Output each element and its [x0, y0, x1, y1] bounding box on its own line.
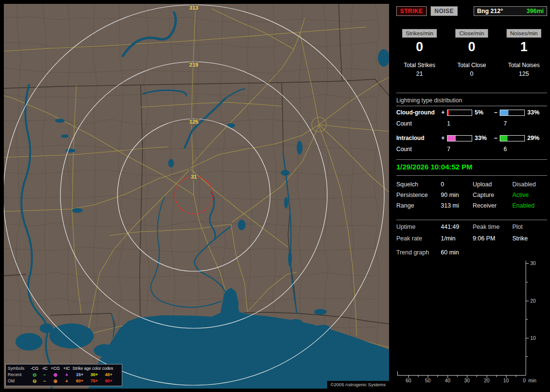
trend-graph-value: 60 min: [441, 249, 459, 256]
minus-sign: −: [494, 135, 500, 141]
recent-pos-cg-icon: ⊕: [50, 372, 61, 378]
distribution-title: Lightning type distribution: [396, 97, 547, 106]
ic-positive-count: 7: [441, 146, 498, 154]
y-tick-10: 10: [530, 335, 536, 341]
ic-positive-percent: 33%: [474, 135, 494, 141]
x-axis-unit: min: [528, 378, 536, 383]
age-60: 60+: [72, 378, 87, 384]
ring-label-31: 31: [191, 174, 197, 180]
radar-map-canvas: 313 219 125 31: [4, 4, 389, 389]
peak-rate-value: 1/min: [441, 235, 473, 242]
rate-counters: Strikes/min 0 Total Strikes 21 Close/min…: [393, 29, 550, 77]
upload-status: Disabled: [512, 181, 547, 188]
capture-label: Capture: [473, 192, 512, 199]
age-90: 90+: [101, 378, 116, 384]
bearing-value: Bng 212°: [477, 8, 503, 14]
legend-symbols-header: Symbols: [8, 365, 29, 372]
lightning-distribution: Cloud-ground + 5% − 33% Count 1 7 Intrac…: [396, 109, 547, 160]
count-label: Count: [396, 146, 441, 154]
cloud-ground-row: Cloud-ground + 5% − 33%: [396, 109, 547, 116]
old-pos-ic-icon: +: [61, 378, 72, 384]
cg-positive-count: 1: [441, 120, 498, 128]
x-tick-30: 30: [464, 378, 470, 383]
x-tick-40: 40: [445, 378, 450, 383]
strike-toggle-button[interactable]: STRIKE: [396, 6, 427, 16]
trend-graph-canvas: 30 20 10 60 50 40 30 20 10 0 min: [393, 258, 550, 390]
peak-time-label: Peak time: [473, 224, 512, 231]
total-close-label: Total Close: [446, 62, 498, 69]
x-tick-20: 20: [484, 378, 490, 383]
old-neg-ic-icon: −: [40, 378, 50, 384]
minus-sign: −: [494, 109, 500, 116]
count-label: Count: [396, 120, 441, 128]
ic-negative-bar: [500, 135, 525, 141]
total-strikes-value: 21: [393, 70, 446, 77]
cg-negative-bar: [500, 110, 525, 116]
recent-neg-ic-icon: −: [40, 372, 50, 378]
separator: [396, 220, 547, 220]
legend-old-label: Old: [8, 378, 29, 384]
close-rate-column: Close/min 0 Total Close 0: [446, 29, 498, 77]
trend-axis-labels: 30 20 10 60 50 40 30 20 10 0 min: [405, 260, 536, 383]
plus-sign: +: [441, 109, 447, 116]
total-noises-value: 125: [498, 70, 550, 77]
session-stats: Uptime 441:49 Peak time Plot Peak rate 1…: [396, 224, 547, 242]
bearing-distance: 396mi: [527, 8, 544, 14]
age-45: 45+: [101, 372, 116, 378]
close-per-min-badge: Close/min: [455, 29, 488, 38]
strikes-rate-column: Strikes/min 0 Total Strikes 21: [393, 29, 446, 77]
x-tick-10: 10: [503, 378, 509, 383]
ring-label-125: 125: [189, 119, 198, 125]
separator: [396, 175, 547, 176]
intracloud-count-row: Count 7 6: [396, 146, 547, 154]
legend-col-pos-ic: +IC: [61, 365, 72, 372]
separator: [396, 93, 547, 93]
plus-sign: +: [441, 135, 447, 141]
age-15: 15+: [72, 372, 87, 378]
plot-value: Strike: [512, 235, 547, 242]
cg-positive-bar: [447, 110, 472, 116]
ring-label-313: 313: [189, 5, 198, 11]
range-label: Range: [396, 202, 441, 210]
cloud-ground-label: Cloud-ground: [396, 109, 441, 116]
separator: [396, 159, 547, 160]
noises-rate-column: Noises/min 1 Total Noises 125: [498, 29, 550, 77]
old-neg-cg-icon: ⊖: [29, 378, 40, 384]
uptime-label: Uptime: [396, 224, 441, 231]
recent-neg-cg-icon: ⊖: [29, 372, 40, 378]
status-panel: STRIKE NOISE Bng 212° 396mi Strikes/min …: [393, 0, 550, 392]
peak-rate-label: Peak rate: [396, 235, 441, 242]
recent-pos-ic-icon: +: [61, 372, 72, 378]
close-per-min-value: 0: [446, 40, 498, 54]
bearing-readout: Bng 212° 396mi: [474, 6, 547, 16]
trend-graph: 30 20 10 60 50 40 30 20 10 0 min: [393, 258, 550, 390]
noise-toggle-button[interactable]: NOISE: [431, 6, 458, 16]
persistence-value: 90 min: [441, 192, 473, 199]
peak-time-value: 9:06 PM: [473, 235, 512, 242]
upload-label: Upload: [473, 181, 512, 188]
ic-positive-bar: [447, 135, 472, 141]
uptime-value: 441:49: [441, 224, 473, 231]
x-tick-50: 50: [425, 378, 431, 383]
copyright-notice: ©2005 Astrogenic Systems: [327, 381, 389, 389]
age-75: 75+: [87, 378, 101, 384]
clock: 1/29/2026 10:04:52 PM: [396, 163, 473, 171]
legend-col-neg-cg: -CG: [29, 365, 40, 372]
old-pos-cg-icon: ⊕: [50, 378, 61, 384]
squelch-label: Squelch: [396, 181, 441, 188]
ring-label-219: 219: [189, 62, 198, 68]
legend-col-pos-cg: +CG: [50, 365, 61, 372]
age-30: 30+: [87, 372, 101, 378]
noises-per-min-badge: Noises/min: [507, 29, 542, 38]
settings-grid: Squelch 0 Upload Disabled Persistence 90…: [396, 181, 547, 210]
legend-col-neg-ic: -IC: [40, 365, 50, 372]
ic-negative-count: 6: [498, 146, 507, 154]
x-tick-0: 0: [523, 378, 526, 383]
radar-map[interactable]: 313 219 125 31 Symbols -CG -IC +CG +IC S…: [4, 4, 389, 389]
cg-positive-percent: 5%: [474, 109, 494, 116]
capture-status: Active: [512, 192, 547, 199]
strikes-per-min-value: 0: [393, 40, 446, 54]
receiver-status: Enabled: [512, 202, 547, 210]
cloud-ground-count-row: Count 1 7: [396, 120, 547, 128]
trend-axes: [397, 261, 529, 378]
